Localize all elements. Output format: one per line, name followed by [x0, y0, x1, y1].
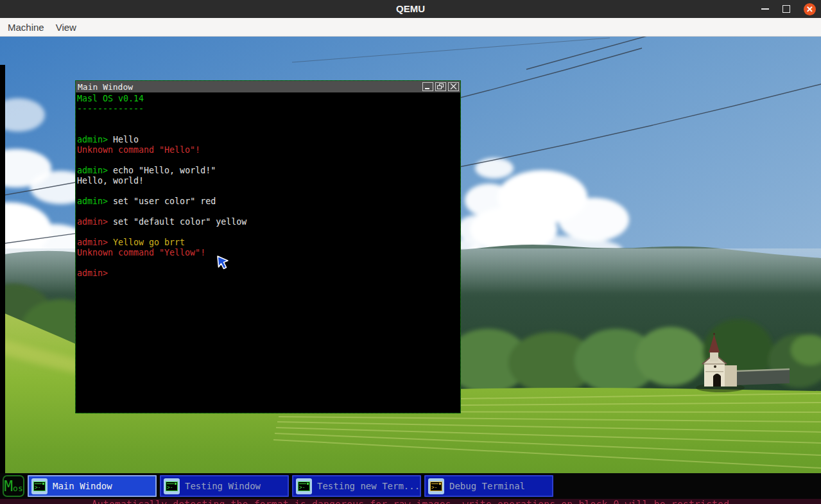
taskbar: Mos >-Main Window>-Testing Window>-Testi…: [0, 473, 821, 499]
terminal-line: [77, 186, 460, 196]
os-logo: M: [4, 476, 13, 496]
menu-machine[interactable]: Machine: [8, 22, 44, 33]
terminal-text-segment: set "user color" red: [108, 196, 216, 206]
qemu-warning-text: Automatically detecting the format is da…: [92, 499, 729, 504]
main-terminal-window[interactable]: Main Window: [75, 80, 461, 413]
terminal-text-segment: Yellow go brrt: [108, 238, 185, 247]
terminal-window-buttons: [422, 82, 459, 91]
taskbar-button-label: Main Window: [53, 481, 112, 491]
taskbar-button-main-window[interactable]: >-Main Window: [28, 475, 157, 497]
terminal-icon: >-: [164, 478, 180, 494]
taskbar-button-testing-window[interactable]: >-Testing Window: [160, 475, 289, 497]
os-menu-button[interactable]: Mos: [3, 475, 24, 497]
screen-edge-strip: [0, 65, 5, 504]
terminal-text-segment: admin>: [77, 135, 108, 144]
terminal-text-segment: set "default color" yellow: [108, 217, 246, 227]
window-controls: ✕: [761, 0, 816, 18]
terminal-text-segment: Unknown command "Yellow"!: [77, 248, 205, 257]
terminal-icon-screen: >-: [33, 482, 46, 491]
terminal-icon-screen: >-: [166, 482, 178, 491]
terminal-text-segment: -------------: [77, 104, 144, 114]
terminal-line: Hello, world!: [77, 176, 460, 186]
terminal-text-segment: admin>: [77, 217, 108, 227]
close-icon[interactable]: ✕: [804, 3, 816, 15]
qemu-warning-bar: Automatically detecting the format is da…: [0, 499, 821, 504]
terminal-line: [77, 207, 460, 217]
terminal-line: admin> Yellow go brrt: [77, 238, 460, 248]
terminal-line: Unknown command "Hello"!: [77, 145, 460, 155]
terminal-line: admin> set "default color" yellow: [77, 217, 460, 227]
terminal-line: Unknown command "Yellow"!: [77, 248, 460, 258]
terminal-line: [77, 155, 460, 166]
taskbar-button-label: Testing new Term...: [317, 481, 420, 491]
terminal-text-segment: Hello, world!: [77, 176, 144, 186]
desktop: Main Window: [0, 37, 821, 504]
taskbar-button-debug-terminal[interactable]: >-Debug Terminal: [424, 475, 553, 497]
terminal-output[interactable]: Masl OS v0.14------------- admin> HelloU…: [76, 92, 460, 279]
terminal-line: [77, 114, 460, 125]
terminal-icon-screen: >-: [298, 482, 310, 491]
terminal-text-segment: Unknown command "Hello"!: [77, 145, 200, 155]
mouse-cursor: [217, 256, 231, 272]
terminal-text-segment: admin>: [77, 268, 108, 278]
window-title: QEMU: [0, 0, 821, 18]
terminal-text-segment: Hello: [108, 135, 139, 144]
qemu-window: QEMU ✕ Machine View: [0, 0, 821, 504]
terminal-icon-screen: >-: [430, 482, 442, 491]
terminal-text-segment: admin>: [77, 238, 108, 247]
terminal-line: [77, 227, 460, 238]
terminal-line: Masl OS v0.14: [77, 94, 460, 104]
terminal-icon: >-: [31, 478, 48, 494]
terminal-line: [77, 125, 460, 135]
terminal-text-segment: echo "Hello, world!": [108, 166, 216, 175]
menu-view[interactable]: View: [56, 22, 76, 33]
terminal-line: admin> Hello: [77, 135, 460, 145]
terminal-line: admin>: [77, 268, 460, 279]
terminal-titlebar[interactable]: Main Window: [76, 81, 460, 92]
taskbar-button-label: Testing Window: [185, 481, 261, 491]
terminal-text-segment: Masl OS v0.14: [77, 94, 144, 103]
maximize-icon[interactable]: [782, 5, 790, 13]
taskbar-button-testing-new-term[interactable]: >-Testing new Term...: [292, 475, 421, 497]
terminal-icon: >-: [296, 478, 312, 494]
terminal-minimize-icon[interactable]: [422, 82, 433, 91]
terminal-close-icon[interactable]: [448, 82, 459, 91]
terminal-text-segment: admin>: [77, 166, 108, 175]
terminal-line: admin> echo "Hello, world!": [77, 166, 460, 176]
terminal-line: [77, 258, 460, 268]
terminal-title: Main Window: [76, 82, 133, 92]
minimize-icon[interactable]: [761, 8, 769, 10]
taskbar-button-label: Debug Terminal: [449, 481, 525, 491]
terminal-line: admin> set "user color" red: [77, 196, 460, 207]
terminal-line: -------------: [77, 104, 460, 114]
menubar: Machine View: [0, 18, 821, 37]
terminal-text-segment: admin>: [77, 196, 108, 206]
terminal-restore-icon[interactable]: [435, 82, 446, 91]
terminal-icon: >-: [428, 478, 444, 494]
taskbar-buttons: >-Main Window>-Testing Window>-Testing n…: [28, 475, 553, 497]
titlebar[interactable]: QEMU ✕: [0, 0, 821, 18]
